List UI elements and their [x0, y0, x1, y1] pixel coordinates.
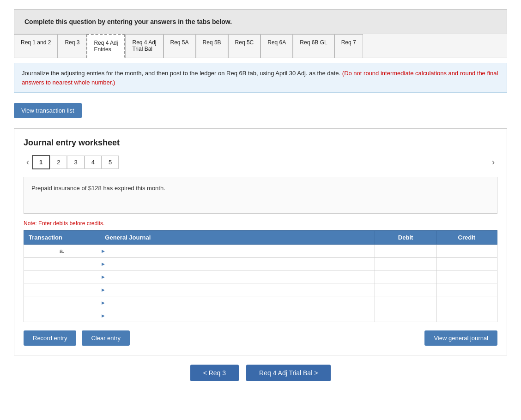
general-journal-cell-4[interactable]: [100, 283, 375, 296]
credit-cell-6[interactable]: [436, 309, 497, 322]
general-journal-cell-6[interactable]: [100, 309, 375, 322]
debit-input-4[interactable]: [375, 283, 436, 296]
description-box: Prepaid insurance of $128 has expired th…: [24, 177, 497, 214]
prev-nav-button[interactable]: < Req 3: [190, 365, 239, 381]
tab-req4-adj-entries[interactable]: Req 4 AdjEntries: [86, 34, 125, 58]
worksheet-container: Journal entry worksheet ‹ 1 2 3 4 5 › Pr…: [14, 128, 507, 355]
general-journal-input-6[interactable]: [100, 309, 375, 322]
page-numbers: 1 2 3 4 5: [32, 155, 119, 169]
bottom-nav: < Req 3 Req 4 Adj Trial Bal >: [14, 365, 507, 381]
general-journal-input-3[interactable]: [100, 270, 375, 283]
page-num-5[interactable]: 5: [102, 156, 119, 169]
clear-entry-button[interactable]: Clear entry: [82, 330, 130, 346]
transaction-label-3: [24, 270, 100, 283]
credit-input-1[interactable]: [436, 245, 497, 257]
debit-cell-5[interactable]: [375, 296, 436, 309]
credit-cell-1[interactable]: [436, 245, 497, 258]
general-journal-cell-1[interactable]: [100, 245, 375, 258]
col-header-debit: Debit: [375, 231, 436, 245]
record-entry-button[interactable]: Record entry: [24, 330, 76, 346]
credit-input-2[interactable]: [436, 258, 497, 270]
col-header-credit: Credit: [436, 231, 497, 245]
page-num-2[interactable]: 2: [50, 156, 67, 169]
page-nav: ‹ 1 2 3 4 5 ›: [24, 155, 497, 169]
page-num-1[interactable]: 1: [32, 155, 50, 169]
debit-cell-6[interactable]: [375, 309, 436, 322]
debit-cell-3[interactable]: [375, 270, 436, 283]
tab-req6a[interactable]: Req 6A: [260, 34, 293, 58]
worksheet-title: Journal entry worksheet: [24, 138, 497, 148]
col-header-transaction: Transaction: [24, 231, 100, 245]
tab-req7[interactable]: Req 7: [334, 34, 363, 58]
table-row: [24, 296, 497, 309]
general-journal-input-1[interactable]: [100, 245, 375, 257]
credit-input-3[interactable]: [436, 270, 497, 283]
tab-req3[interactable]: Req 3: [58, 34, 86, 58]
credit-input-4[interactable]: [436, 283, 497, 296]
credit-cell-3[interactable]: [436, 270, 497, 283]
instruction-box: Journalize the adjusting entries for the…: [14, 63, 507, 93]
debit-input-2[interactable]: [375, 258, 436, 270]
entry-description: Prepaid insurance of $128 has expired th…: [31, 185, 165, 192]
credit-input-5[interactable]: [436, 296, 497, 309]
action-buttons: Record entry Clear entry View general jo…: [24, 330, 497, 346]
tab-req5c[interactable]: Req 5C: [228, 34, 261, 58]
general-journal-cell-2[interactable]: [100, 258, 375, 270]
general-journal-cell-5[interactable]: [100, 296, 375, 309]
transaction-label-2: [24, 258, 100, 270]
view-general-journal-button[interactable]: View general journal: [424, 330, 497, 346]
table-row: [24, 258, 497, 270]
entry-note: Note: Enter debits before credits.: [24, 220, 497, 227]
credit-cell-5[interactable]: [436, 296, 497, 309]
view-transaction-button[interactable]: View transaction list: [14, 103, 82, 118]
tab-req5b[interactable]: Req 5B: [196, 34, 228, 58]
credit-input-6[interactable]: [436, 309, 497, 322]
transaction-label-6: [24, 309, 100, 322]
prev-page-arrow[interactable]: ‹: [24, 156, 32, 168]
instruction-main: Journalize the adjusting entries for the…: [22, 70, 340, 77]
credit-cell-4[interactable]: [436, 283, 497, 296]
transaction-label-1: a.: [24, 245, 100, 258]
general-journal-input-2[interactable]: [100, 258, 375, 270]
top-instruction: Complete this question by entering your …: [14, 9, 507, 34]
debit-input-1[interactable]: [375, 245, 436, 257]
table-row: [24, 309, 497, 322]
tab-req1-2[interactable]: Req 1 and 2: [14, 34, 58, 58]
credit-cell-2[interactable]: [436, 258, 497, 270]
transaction-label-5: [24, 296, 100, 309]
debit-cell-1[interactable]: [375, 245, 436, 258]
view-transaction-wrapper: View transaction list: [14, 103, 82, 118]
journal-table: Transaction General Journal Debit Credit…: [24, 230, 497, 322]
table-row: [24, 283, 497, 296]
page-num-4[interactable]: 4: [85, 156, 102, 169]
table-row: [24, 270, 497, 283]
transaction-label-4: [24, 283, 100, 296]
table-row: a.: [24, 245, 497, 258]
debit-input-5[interactable]: [375, 296, 436, 309]
tab-req4-adj-trial-bal[interactable]: Req 4 AdjTrial Bal: [125, 34, 163, 58]
debit-cell-4[interactable]: [375, 283, 436, 296]
page-num-3[interactable]: 3: [67, 156, 84, 169]
tab-req6b-gl[interactable]: Req 6B GL: [293, 34, 334, 58]
general-journal-cell-3[interactable]: [100, 270, 375, 283]
debit-cell-2[interactable]: [375, 258, 436, 270]
general-journal-input-4[interactable]: [100, 283, 375, 296]
debit-input-3[interactable]: [375, 270, 436, 283]
tabs-bar: Req 1 and 2 Req 3 Req 4 AdjEntries Req 4…: [14, 34, 507, 58]
general-journal-input-5[interactable]: [100, 296, 375, 309]
next-page-arrow[interactable]: ›: [489, 156, 497, 168]
col-header-general-journal: General Journal: [100, 231, 375, 245]
debit-input-6[interactable]: [375, 309, 436, 322]
next-nav-button[interactable]: Req 4 Adj Trial Bal >: [246, 365, 331, 381]
tab-req5a[interactable]: Req 5A: [164, 34, 196, 58]
